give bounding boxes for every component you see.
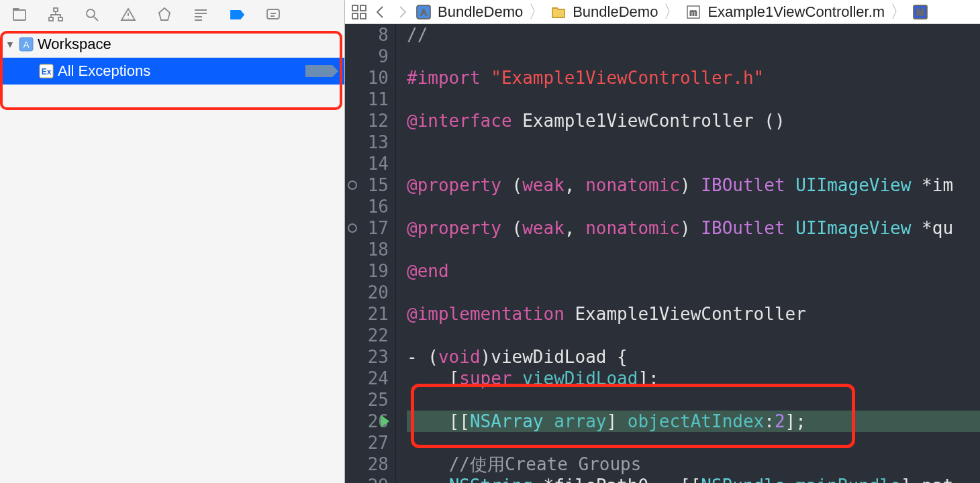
line-number[interactable]: 14 [345, 153, 389, 174]
code-line[interactable]: @property (weak, nonatomic) IBOutlet UII… [407, 174, 980, 196]
code-line[interactable]: NSString *filePath0 = [[NSBundle mainBun… [407, 475, 980, 483]
line-number[interactable]: 24 [345, 368, 389, 389]
navigator-toolbar [0, 0, 344, 30]
folder-crumb-icon [551, 5, 566, 19]
svg-rect-10 [352, 5, 358, 11]
line-number[interactable]: 22 [345, 325, 389, 346]
svg-text:A: A [23, 40, 30, 50]
code-line[interactable] [407, 325, 980, 346]
line-number[interactable]: 8 [345, 24, 389, 46]
report-nav-icon[interactable] [264, 6, 282, 23]
svg-rect-12 [352, 13, 358, 19]
code-line[interactable] [407, 196, 980, 217]
svg-text:A: A [421, 7, 427, 17]
crumb-file[interactable]: Example1ViewController.m [707, 3, 885, 21]
method-crumb-icon: M [913, 5, 928, 19]
code-line[interactable] [407, 282, 980, 303]
all-exceptions-row[interactable]: Ex All Exceptions [0, 58, 344, 85]
line-gutter[interactable]: 8910111213141516171819202122232425262728… [345, 24, 396, 483]
chevron-right-icon: 〉 [663, 0, 681, 23]
test-nav-icon[interactable] [156, 6, 173, 23]
editor-panel: A BundleDemo 〉 BundleDemo 〉 m Example1Vi… [345, 0, 980, 483]
line-number[interactable]: 15 [345, 174, 389, 196]
code-line[interactable]: #import "Example1ViewController.h" [407, 67, 980, 89]
code-line[interactable] [407, 46, 980, 67]
all-exceptions-label: All Exceptions [58, 62, 301, 80]
code-line[interactable] [407, 389, 980, 411]
workspace-label: Workspace [38, 36, 344, 53]
line-number[interactable]: 16 [345, 196, 389, 217]
code-area[interactable]: // #import "Example1ViewController.h" @i… [396, 24, 980, 483]
line-number[interactable]: 11 [345, 89, 389, 110]
exception-icon: Ex [39, 64, 54, 78]
code-line[interactable] [407, 89, 980, 110]
line-number[interactable]: 23 [345, 346, 389, 368]
code-line[interactable]: [[NSArray array] objectAtIndex:2]; [407, 411, 980, 432]
svg-rect-13 [360, 13, 366, 19]
code-line[interactable]: @implementation Example1ViewController [407, 303, 980, 325]
crumb-project[interactable]: BundleDemo [438, 3, 523, 21]
line-number[interactable]: 21 [345, 303, 389, 325]
line-number[interactable]: 9 [345, 46, 389, 67]
svg-point-4 [87, 9, 95, 17]
debug-nav-icon[interactable] [192, 6, 209, 23]
find-nav-icon[interactable] [83, 6, 101, 23]
line-number[interactable]: 28 [345, 453, 389, 475]
line-number[interactable]: 10 [345, 67, 389, 89]
workspace-row[interactable]: ▼ A Workspace [0, 31, 344, 58]
code-line[interactable]: - (void)viewDidLoad { [407, 346, 980, 368]
code-line[interactable]: @property (weak, nonatomic) IBOutlet UII… [407, 217, 980, 239]
code-line[interactable] [407, 432, 980, 453]
line-number[interactable]: 27 [345, 432, 389, 453]
code-line[interactable]: // [407, 24, 980, 46]
svg-rect-1 [54, 8, 58, 11]
line-number[interactable]: 18 [345, 239, 389, 260]
code-line[interactable]: //使用Create Groups [407, 453, 980, 475]
line-number[interactable]: 25 [345, 389, 389, 411]
svg-text:M: M [916, 7, 924, 17]
code-line[interactable]: @interface Example1ViewController () [407, 110, 980, 131]
svg-text:Ex: Ex [42, 67, 52, 76]
line-number[interactable]: 12 [345, 110, 389, 131]
file-crumb-icon: m [686, 5, 701, 19]
issue-nav-icon[interactable] [119, 6, 137, 23]
line-number[interactable]: 13 [345, 131, 389, 153]
app-icon: A [19, 37, 34, 52]
svg-rect-0 [13, 10, 26, 20]
code-line[interactable]: [super viewDidLoad]; [407, 368, 980, 389]
back-icon[interactable] [373, 5, 388, 19]
related-items-icon[interactable] [352, 5, 366, 19]
code-line[interactable] [407, 239, 980, 260]
project-crumb-icon: A [416, 5, 431, 19]
source-control-nav-icon[interactable] [47, 6, 64, 23]
navigator-panel: ▼ A Workspace Ex All Exceptions [0, 0, 345, 483]
chevron-right-icon: 〉 [528, 0, 546, 23]
breakpoint-tree: ▼ A Workspace Ex All Exceptions [0, 30, 344, 483]
line-number[interactable]: 19 [345, 260, 389, 282]
code-line[interactable]: @end [407, 260, 980, 282]
svg-rect-11 [360, 5, 366, 11]
crumb-group[interactable]: BundleDemo [573, 3, 658, 21]
disclosure-triangle-icon[interactable]: ▼ [5, 39, 15, 50]
svg-text:m: m [690, 7, 697, 17]
code-line[interactable] [407, 131, 980, 153]
svg-rect-5 [267, 9, 279, 19]
breakpoint-nav-icon[interactable] [228, 6, 246, 23]
project-nav-icon[interactable] [11, 6, 28, 23]
breakpoint-indicator-icon[interactable] [305, 65, 332, 77]
line-number[interactable]: 17 [345, 217, 389, 239]
chevron-right-icon: 〉 [890, 0, 908, 23]
forward-icon[interactable] [395, 5, 409, 19]
code-editor[interactable]: 8910111213141516171819202122232425262728… [345, 24, 980, 483]
svg-rect-3 [58, 17, 62, 21]
line-number[interactable]: 29 [345, 475, 389, 483]
code-line[interactable] [407, 153, 980, 174]
line-number[interactable]: 20 [345, 282, 389, 303]
svg-rect-2 [49, 17, 53, 21]
line-number[interactable]: 26 [345, 411, 389, 432]
jump-bar: A BundleDemo 〉 BundleDemo 〉 m Example1Vi… [345, 0, 980, 24]
